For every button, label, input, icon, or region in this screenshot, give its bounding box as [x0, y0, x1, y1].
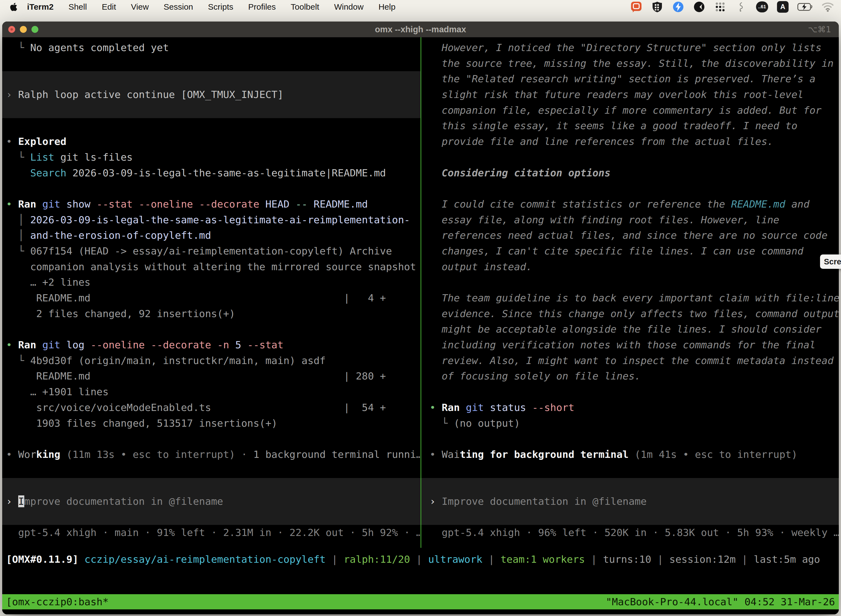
terminal-line: provide file and line references from th…: [421, 134, 839, 150]
close-button[interactable]: [8, 26, 15, 33]
battery-icon[interactable]: [797, 1, 813, 13]
terminal-line: • Ran git log --oneline --decorate -n 5 …: [2, 337, 420, 353]
terminal-line: the "Related research writing" section i…: [421, 71, 839, 87]
terminal-line: companion file, especially if more comme…: [421, 103, 839, 119]
terminal-line: [421, 509, 839, 525]
terminal-line: [2, 431, 420, 447]
terminal-line: └ List git ls-files: [2, 150, 420, 165]
right-pane-content: However, I noticed the "Directory Struct…: [421, 37, 839, 541]
apple-logo-icon[interactable]: [10, 2, 18, 12]
menu-item-shell[interactable]: Shell: [61, 0, 94, 13]
terminal-line: review. Also, I might want to inspect th…: [421, 353, 839, 369]
tmux-status-bar: [omx-cczip0:bash* "MacBook-Pro-44.local"…: [2, 594, 839, 609]
terminal-line: [421, 478, 839, 494]
terminal-line: └ (no output): [421, 416, 839, 431]
terminal-line: └ No agents completed yet: [2, 40, 420, 56]
screen-share-pill[interactable]: Scre: [820, 254, 841, 269]
terminal-line: references need actual files, and since …: [421, 228, 839, 243]
terminal-line: of focusing solely on file lines.: [421, 368, 839, 384]
terminal-line: [2, 478, 420, 494]
minimize-button[interactable]: [20, 26, 27, 33]
prompt-input-box[interactable]: › Improve documentation in @filename: [2, 478, 420, 525]
terminal-line: › Improve documentation in @filename: [421, 494, 839, 509]
menu-item-profiles[interactable]: Profiles: [240, 0, 283, 13]
terminal-line: Considering citation options: [421, 165, 839, 181]
menu-item-iterm2[interactable]: iTerm2: [20, 0, 61, 13]
terminal-line: The team guideline is to back every impo…: [421, 290, 839, 306]
right-agent-pane[interactable]: However, I noticed the "Directory Struct…: [421, 37, 839, 548]
terminal-line: › Improve documentation in @filename: [2, 494, 420, 509]
terminal-line: [2, 181, 420, 197]
terminal-line: essay file, along with finding root file…: [421, 212, 839, 228]
percent-badge-icon[interactable]: ..61: [756, 1, 768, 12]
terminal-line: • Working (11m 13s • esc to interrupt) ·…: [2, 447, 420, 462]
left-pane-content: └ No agents completed yet› Ralph loop ac…: [2, 37, 420, 541]
terminal-line: [421, 150, 839, 165]
terminal-line: [2, 509, 420, 525]
menu-bar: iTerm2ShellEditViewSessionScriptsProfile…: [0, 0, 841, 13]
terminal-line: • Ran git status --short: [421, 400, 839, 416]
menu-item-session[interactable]: Session: [156, 0, 201, 13]
terminal-line: companion analysis without altering the …: [2, 259, 420, 275]
menu-item-view[interactable]: View: [124, 0, 156, 13]
wifi-icon[interactable]: [822, 1, 834, 13]
terminal-line: [2, 118, 420, 134]
terminal-line: • Explored: [2, 134, 420, 150]
terminal-line: └ 4b9d30f (origin/main, instructkr/main,…: [2, 353, 420, 369]
output-block: gpt-5.4 xhigh · 96% left · 520K in · 5.8…: [421, 525, 839, 541]
menu-item-help[interactable]: Help: [371, 0, 403, 13]
input-source-icon[interactable]: A: [777, 1, 788, 13]
terminal-line: [421, 274, 839, 290]
dots-grid-icon[interactable]: [714, 1, 726, 13]
terminal-line: • Ran git show --stat --oneline --decora…: [2, 197, 420, 212]
terminal-line: [421, 384, 839, 400]
tmux-session-label: [omx-cczip0:bash*: [6, 596, 109, 608]
terminal-line: Search 2026-03-09-is-legal-the-same-as-l…: [2, 165, 420, 181]
menu-item-scripts[interactable]: Scripts: [201, 0, 241, 13]
tmux-host-clock-label: "MacBook-Pro-44.local" 04:52 31-Mar-26: [606, 596, 835, 608]
terminal-area: └ No agents completed yet› Ralph loop ac…: [2, 37, 839, 615]
terminal-line: • Waiting for background terminal (1m 41…: [421, 447, 839, 462]
terminal-line: src/voice/voiceModeEnabled.ts | 54 +: [2, 400, 420, 416]
menu-item-toolbelt[interactable]: Toolbelt: [283, 0, 327, 13]
shield-icon[interactable]: [651, 1, 663, 13]
prompt-input-box[interactable]: › Ralph loop active continue [OMX_TMUX_I…: [2, 71, 420, 118]
zoom-button[interactable]: [31, 26, 38, 33]
spark-badge-icon[interactable]: [672, 1, 684, 13]
menu-items: iTerm2ShellEditViewSessionScriptsProfile…: [20, 0, 403, 13]
window-titlebar[interactable]: omx --xhigh --madmax ⌥⌘1: [2, 22, 839, 37]
terminal-line: evidence. Since this change only affects…: [421, 306, 839, 322]
terminal-line: 2 files changed, 92 insertions(+): [2, 306, 420, 322]
output-block: • Explored └ List git ls-files Search 20…: [2, 118, 420, 478]
terminal-line: gpt-5.4 xhigh · main · 91% left · 2.31M …: [2, 525, 420, 541]
terminal-line: [421, 462, 839, 478]
terminal-line: slight risk that future readers may over…: [421, 87, 839, 103]
menu-status-icons: ..61 A: [630, 1, 841, 13]
terminal-line: [421, 431, 839, 447]
terminal-line: including verification notes with those …: [421, 337, 839, 353]
terminal-line: this single essay, it seems like a good …: [421, 118, 839, 134]
terminal-line: └ 067f154 (HEAD -> essay/ai-reimplementa…: [2, 243, 420, 259]
output-block: gpt-5.4 xhigh · main · 91% left · 2.31M …: [2, 525, 420, 541]
terminal-line: However, I noticed the "Directory Struct…: [421, 40, 839, 56]
menu-item-edit[interactable]: Edit: [94, 0, 124, 13]
messages-icon[interactable]: [630, 1, 642, 13]
screen-record-icon[interactable]: [693, 1, 705, 13]
terminal-line: might be acceptable alongside the file l…: [421, 321, 839, 337]
left-agent-pane[interactable]: └ No agents completed yet› Ralph loop ac…: [2, 37, 420, 548]
prompt-input-box[interactable]: › Improve documentation in @filename: [421, 478, 839, 525]
output-block: └ No agents completed yet: [2, 40, 420, 71]
terminal-line: changes, I can't cite specific file line…: [421, 243, 839, 259]
terminal-line: │ 2026-03-09-is-legal-the-same-as-legiti…: [2, 212, 420, 228]
hook-icon[interactable]: [735, 1, 747, 13]
terminal-line: output instead.: [421, 259, 839, 275]
terminal-line: [OMX#0.11.9] cczip/essay/ai-reimplementa…: [2, 552, 839, 568]
terminal-line: [2, 56, 420, 72]
terminal-line: … +2 lines: [2, 274, 420, 290]
terminal-line: › Ralph loop active continue [OMX_TMUX_I…: [2, 87, 420, 103]
terminal-line: [421, 181, 839, 197]
traffic-lights: [8, 26, 38, 33]
terminal-line: [2, 462, 420, 478]
terminal-line: … +1901 lines: [2, 384, 420, 400]
menu-item-window[interactable]: Window: [327, 0, 371, 13]
